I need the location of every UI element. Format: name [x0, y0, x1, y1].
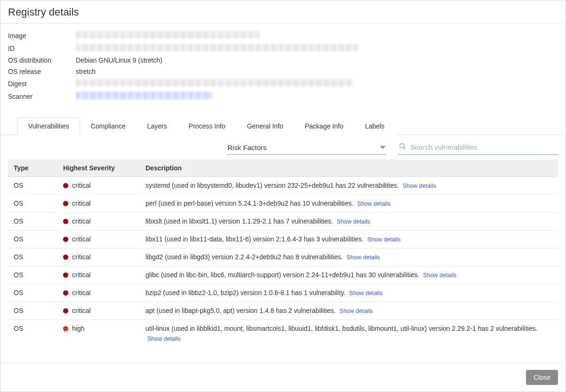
table-row: OScriticalsystemd (used in libsystemd0, …	[8, 177, 558, 195]
meta-row-digest: Digest	[8, 79, 558, 88]
meta-label-image: Image	[8, 32, 76, 40]
table-row: OScriticallibgd2 (used in libgd3) versio…	[8, 248, 558, 266]
tab-labels[interactable]: Labels	[354, 117, 395, 135]
cell-severity: high	[57, 320, 140, 346]
cell-type: OS	[8, 302, 57, 320]
show-details-link[interactable]: Show details	[349, 290, 383, 296]
table-row: OScriticalglibc (used in libc-bin, libc6…	[8, 266, 558, 284]
vulnerabilities-table: Type Highest Severity Description OScrit…	[8, 160, 558, 346]
search-icon	[399, 143, 406, 152]
cell-description: systemd (used in libsystemd0, libudev1) …	[140, 177, 558, 195]
meta-label-scanner: Scanner	[8, 93, 76, 100]
meta-label-os-distribution: OS distribution	[8, 56, 76, 64]
tab-layers[interactable]: Layers	[137, 117, 178, 135]
chevron-down-icon	[380, 146, 386, 149]
description-text: glibc (used in libc-bin, libc6, multiarc…	[146, 271, 421, 279]
meta-row-image: Image	[8, 31, 558, 40]
column-header-type[interactable]: Type	[8, 160, 57, 177]
cell-description: libgd2 (used in libgd3) version 2.2.4-2+…	[140, 248, 558, 266]
description-text: libx11 (used in libx11-data, libx11-6) v…	[146, 235, 365, 243]
cell-severity: critical	[57, 231, 140, 248]
cell-severity: critical	[57, 177, 140, 195]
cell-type: OS	[8, 231, 57, 248]
cell-description: perl (used in perl-base) version 5.24.1-…	[140, 195, 558, 213]
svg-point-0	[400, 144, 404, 148]
cell-severity: critical	[57, 302, 140, 320]
description-text: perl (used in perl-base) version 5.24.1-…	[146, 200, 356, 207]
severity-text: critical	[72, 199, 91, 208]
tab-general-info[interactable]: General Info	[236, 117, 294, 135]
tabs: VulnerabilitiesComplianceLayersProcess I…	[17, 117, 558, 135]
tab-package-info[interactable]: Package Info	[294, 117, 355, 135]
show-details-link[interactable]: Show details	[347, 254, 380, 261]
table-row: OShighutil-linux (used in libblkid1, mou…	[8, 320, 558, 346]
severity-dot-icon	[63, 290, 68, 296]
description-text: libxslt (used in libxslt1.1) version 1.1…	[146, 217, 335, 225]
description-text: util-linux (used in libblkid1, mount, li…	[146, 325, 538, 332]
cell-description: bzip2 (used in libbz2-1.0, bzip2) versio…	[140, 284, 558, 302]
cell-severity: critical	[57, 284, 140, 302]
page-title: Registry details	[8, 6, 558, 18]
severity-text: critical	[72, 181, 91, 191]
svg-line-1	[404, 147, 405, 149]
tab-compliance[interactable]: Compliance	[80, 117, 137, 135]
cell-description: libxslt (used in libxslt1.1) version 1.1…	[140, 213, 558, 231]
meta-value-os-release: stretch	[76, 68, 96, 75]
cell-type: OS	[8, 284, 57, 302]
show-details-link[interactable]: Show details	[357, 200, 391, 207]
meta-value-scanner	[76, 92, 212, 101]
cell-description: apt (used in libapt-pkg5.0, apt) version…	[140, 302, 558, 320]
tabs-wrapper: VulnerabilitiesComplianceLayersProcess I…	[0, 117, 566, 135]
severity-text: critical	[72, 234, 91, 244]
show-details-link[interactable]: Show details	[340, 308, 373, 314]
footer: Close	[0, 363, 566, 392]
meta-row-scanner: Scanner	[8, 92, 558, 101]
cell-severity: critical	[57, 248, 140, 266]
column-header-severity[interactable]: Highest Severity	[57, 160, 140, 177]
cell-description: util-linux (used in libblkid1, mount, li…	[140, 320, 558, 346]
column-header-description[interactable]: Description	[140, 160, 558, 177]
vulnerabilities-table-wrap[interactable]: Type Highest Severity Description OScrit…	[0, 160, 566, 346]
cell-severity: critical	[57, 195, 140, 213]
severity-dot-icon	[63, 308, 68, 313]
meta-value-digest	[76, 79, 354, 88]
tab-vulnerabilities[interactable]: Vulnerabilities	[17, 117, 80, 135]
cell-type: OS	[8, 195, 57, 213]
severity-text: critical	[72, 270, 91, 280]
cell-type: OS	[8, 320, 57, 346]
severity-dot-icon	[63, 201, 68, 206]
table-row: OScriticalperl (used in perl-base) versi…	[8, 195, 558, 213]
severity-text: high	[72, 324, 84, 334]
cell-description: libx11 (used in libx11-data, libx11-6) v…	[140, 231, 558, 248]
cell-type: OS	[8, 248, 57, 266]
show-details-link[interactable]: Show details	[403, 183, 436, 189]
severity-text: critical	[72, 288, 91, 298]
table-header-row: Type Highest Severity Description	[8, 160, 558, 177]
description-text: apt (used in libapt-pkg5.0, apt) version…	[146, 307, 338, 314]
show-details-link[interactable]: Show details	[147, 336, 181, 342]
show-details-link[interactable]: Show details	[337, 218, 370, 225]
severity-dot-icon	[63, 272, 68, 278]
meta-row-id: ID	[8, 44, 558, 53]
tab-process-info[interactable]: Process Info	[178, 117, 236, 135]
severity-dot-icon	[63, 219, 68, 224]
severity-dot-icon	[63, 183, 68, 188]
cell-description: glibc (used in libc-bin, libc6, multiarc…	[140, 266, 558, 284]
meta-label-id: ID	[8, 45, 76, 52]
table-row: OScriticallibxslt (used in libxslt1.1) v…	[8, 213, 558, 231]
description-text: bzip2 (used in libbz2-1.0, bzip2) versio…	[146, 289, 348, 296]
risk-factors-dropdown[interactable]: Risk Factors	[226, 142, 387, 155]
meta-row-os-release: OS release stretch	[8, 68, 558, 75]
description-text: libgd2 (used in libgd3) version 2.2.4-2+…	[146, 253, 345, 261]
show-details-link[interactable]: Show details	[367, 236, 401, 243]
risk-factors-label: Risk Factors	[227, 144, 267, 152]
severity-text: critical	[72, 216, 91, 226]
show-details-link[interactable]: Show details	[423, 272, 457, 279]
search-box	[398, 142, 558, 155]
filter-row: Risk Factors	[0, 135, 566, 160]
meta-label-os-release: OS release	[8, 68, 76, 75]
close-button[interactable]: Close	[526, 370, 558, 385]
search-input[interactable]	[410, 143, 557, 151]
severity-dot-icon	[63, 255, 68, 260]
severity-dot-icon	[63, 326, 68, 331]
